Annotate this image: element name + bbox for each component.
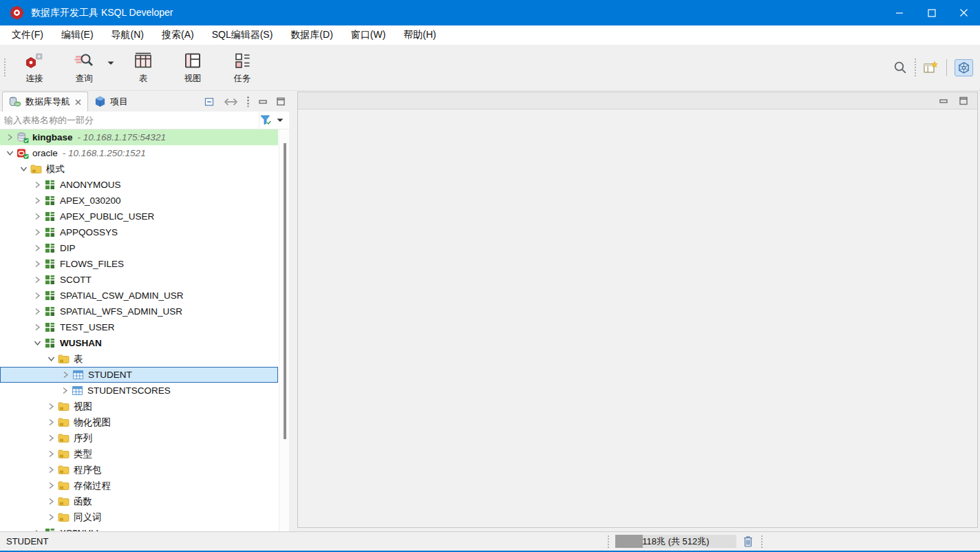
menu-item[interactable]: 窗口(W) xyxy=(342,25,395,45)
status-drag-handle[interactable] xyxy=(761,535,763,548)
tree-row[interactable]: 模式 xyxy=(0,161,278,177)
tree-row[interactable]: 函数 xyxy=(0,493,278,509)
toolbar-drag-handle[interactable] xyxy=(4,59,6,76)
chevron-down-icon[interactable] xyxy=(45,356,57,362)
tables-button[interactable]: 表 xyxy=(123,50,163,85)
chevron-right-icon[interactable] xyxy=(45,513,57,521)
panel-maximize-icon[interactable] xyxy=(276,97,286,106)
tasks-button[interactable]: 任务 xyxy=(222,50,262,85)
close-icon[interactable] xyxy=(75,99,81,105)
tree-row[interactable]: 程序包 xyxy=(0,462,278,478)
tree-row[interactable]: 存储过程 xyxy=(0,478,278,493)
tree-row[interactable]: APEX_030200 xyxy=(0,193,278,209)
chevron-right-icon[interactable] xyxy=(32,323,43,331)
chevron-right-icon[interactable] xyxy=(4,134,16,141)
menu-item[interactable]: 导航(N) xyxy=(103,25,153,45)
memory-gauge[interactable]: 118兆 (共 512兆) xyxy=(615,535,736,548)
tree-row[interactable]: SPATIAL_WFS_ADMIN_USR xyxy=(0,304,278,319)
tree-row[interactable]: SCOTT xyxy=(0,272,278,288)
tree-node-label: APEX_PUBLIC_USER xyxy=(60,211,154,222)
menu-item[interactable]: 文件(F) xyxy=(3,25,52,45)
menu-item[interactable]: SQL编辑器(S) xyxy=(203,25,282,45)
chevron-down-icon[interactable] xyxy=(18,166,30,172)
collapse-all-icon[interactable] xyxy=(204,96,216,107)
chevron-right-icon[interactable] xyxy=(32,229,43,236)
search-icon[interactable] xyxy=(893,60,908,75)
editor-body[interactable] xyxy=(298,109,977,527)
menu-item[interactable]: 编辑(E) xyxy=(52,25,103,45)
connect-button[interactable]: 连接 xyxy=(14,50,54,85)
panel-minimize-icon[interactable] xyxy=(939,96,949,105)
menu-item[interactable]: 搜索(A) xyxy=(153,25,203,45)
tree-row[interactable]: WUSHAN xyxy=(0,335,278,351)
tree-row[interactable]: STUDENTSCORES xyxy=(0,383,278,399)
ksql-perspective-button[interactable] xyxy=(955,59,973,76)
chevron-right-icon[interactable] xyxy=(32,197,43,204)
menu-item[interactable]: 数据库(D) xyxy=(281,25,341,45)
tree-row[interactable]: FLOWS_FILES xyxy=(0,256,278,272)
filter-dropdown-arrow-icon[interactable] xyxy=(277,118,284,123)
window-close-button[interactable] xyxy=(948,0,980,25)
tab-database-navigator[interactable]: 数据库导航 xyxy=(2,92,88,112)
filter-funnel-icon[interactable] xyxy=(259,114,273,126)
tree-row[interactable]: SPATIAL_CSW_ADMIN_USR xyxy=(0,288,278,304)
tree-row[interactable]: 类型 xyxy=(0,446,278,462)
chevron-right-icon[interactable] xyxy=(32,213,43,220)
tree-row[interactable]: 视图 xyxy=(0,399,278,414)
chevron-right-icon[interactable] xyxy=(45,482,57,489)
menu-item[interactable]: 帮助(H) xyxy=(394,25,445,45)
tree-row[interactable]: STUDENT xyxy=(0,367,278,383)
chevron-right-icon[interactable] xyxy=(59,387,71,394)
table-icon xyxy=(71,385,84,396)
tree-row[interactable]: TEST_USER xyxy=(0,319,278,335)
chevron-right-icon[interactable] xyxy=(32,308,43,315)
status-drag-handle[interactable] xyxy=(608,535,609,548)
perspective-drag-handle[interactable] xyxy=(915,59,916,76)
panel-sash[interactable] xyxy=(289,91,297,531)
tree-row[interactable]: kingbase- 10.168.1.175:54321 xyxy=(0,129,278,145)
query-dropdown-arrow-icon[interactable] xyxy=(107,61,114,65)
tree-scrollbar[interactable] xyxy=(279,129,289,531)
views-button[interactable]: 视图 xyxy=(173,50,213,85)
chevron-right-icon[interactable] xyxy=(32,181,43,189)
window-maximize-button[interactable] xyxy=(915,0,948,25)
tree-row[interactable]: APPQOSSYS xyxy=(0,224,278,240)
tree-row[interactable]: 物化视图 xyxy=(0,414,278,430)
view-menu-icon[interactable] xyxy=(246,96,251,107)
query-button[interactable]: 查询 xyxy=(64,50,104,85)
chevron-right-icon[interactable] xyxy=(32,276,43,284)
open-perspective-icon[interactable] xyxy=(923,61,939,75)
main-area: 数据库导航 项目 xyxy=(0,91,980,531)
panel-minimize-icon[interactable] xyxy=(258,97,268,106)
tree-row[interactable]: 表 xyxy=(0,351,278,367)
link-editor-icon[interactable] xyxy=(224,97,238,107)
table-filter-input[interactable] xyxy=(0,115,259,125)
panel-maximize-icon[interactable] xyxy=(959,96,969,105)
scrollbar-thumb[interactable] xyxy=(284,143,286,439)
chevron-right-icon[interactable] xyxy=(32,260,43,268)
tree-row[interactable]: ANONYMOUS xyxy=(0,177,278,193)
chevron-right-icon[interactable] xyxy=(45,403,57,410)
chevron-right-icon[interactable] xyxy=(32,529,43,531)
chevron-right-icon[interactable] xyxy=(45,466,57,474)
chevron-right-icon[interactable] xyxy=(32,292,43,299)
tree-row[interactable]: DIP xyxy=(0,240,278,256)
tree-row[interactable]: 序列 xyxy=(0,430,278,446)
tab-projects[interactable]: 项目 xyxy=(88,92,134,112)
chevron-down-icon[interactable] xyxy=(4,150,16,156)
chevron-right-icon[interactable] xyxy=(45,434,57,442)
chevron-right-icon[interactable] xyxy=(45,498,57,505)
tree-row[interactable]: APEX_PUBLIC_USER xyxy=(0,209,278,224)
chevron-right-icon[interactable] xyxy=(32,244,43,252)
tree-node-label: APPQOSSYS xyxy=(60,227,118,237)
tree-row[interactable]: XS$NULL xyxy=(0,525,278,531)
trash-icon[interactable] xyxy=(741,535,755,548)
memory-cluster: 118兆 (共 512兆) xyxy=(606,535,764,548)
chevron-right-icon[interactable] xyxy=(45,418,57,426)
tree-row[interactable]: oracle- 10.168.1.250:1521 xyxy=(0,145,278,161)
chevron-right-icon[interactable] xyxy=(60,371,72,379)
tree-row[interactable]: 同义词 xyxy=(0,509,278,525)
chevron-down-icon[interactable] xyxy=(32,340,43,346)
chevron-right-icon[interactable] xyxy=(45,450,57,458)
window-minimize-button[interactable] xyxy=(883,0,915,25)
